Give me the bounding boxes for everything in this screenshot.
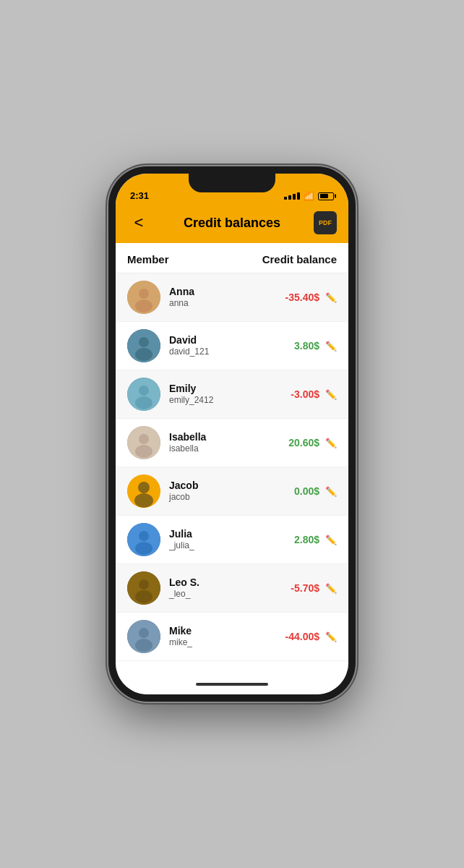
list-item: Julia _julia_ 2.80$ ✏️ xyxy=(116,516,348,564)
member-info: Jacob jacob xyxy=(169,479,276,503)
list-item: Leo S. _leo_ -5.70$ ✏️ xyxy=(116,564,348,613)
member-handle: david_121 xyxy=(169,346,276,358)
svg-point-5 xyxy=(135,348,152,361)
battery-icon xyxy=(318,192,334,200)
phone-screen: 2:31 📶 < Credit balances PDF xyxy=(116,174,348,694)
app-header: < Credit balances PDF xyxy=(116,205,348,243)
list-item: Anna anna -35.40$ ✏️ xyxy=(116,273,348,322)
member-name: Mike xyxy=(169,624,276,637)
member-name: David xyxy=(169,333,276,346)
status-icons: 📶 xyxy=(284,191,334,201)
edit-icon[interactable]: ✏️ xyxy=(325,389,337,400)
member-name: Leo S. xyxy=(169,576,276,589)
member-info: Julia _julia_ xyxy=(169,527,276,552)
balance-area: 0.00$ ✏️ xyxy=(276,485,337,497)
balance-area: -44.00$ ✏️ xyxy=(276,631,337,642)
list-item: Mike mike_ -44.00$ ✏️ xyxy=(116,613,348,661)
pdf-label: PDF xyxy=(319,220,332,226)
edit-icon[interactable]: ✏️ xyxy=(325,535,337,545)
balance-amount: -35.40$ xyxy=(276,292,319,303)
member-name: Emily xyxy=(169,382,276,395)
list-item: Jacob jacob 0.00$ ✏️ xyxy=(116,467,348,516)
svg-point-13 xyxy=(138,482,150,493)
member-handle: mike_ xyxy=(169,637,276,649)
balance-amount: 0.00$ xyxy=(276,485,319,497)
edit-icon[interactable]: ✏️ xyxy=(325,583,337,594)
balance-amount: -3.00$ xyxy=(276,388,319,400)
member-info: Isabella isabella xyxy=(169,430,276,455)
list-item: Emily emily_2412 -3.00$ ✏️ xyxy=(116,370,348,419)
list-item: Isabella isabella 20.60$ ✏️ xyxy=(116,419,348,467)
content-area: Member Credit balance Anna anna -35.40$ … xyxy=(116,243,348,674)
edit-icon[interactable]: ✏️ xyxy=(325,438,337,448)
balance-amount: 2.80$ xyxy=(276,534,319,545)
member-name: Julia xyxy=(169,527,276,540)
member-info: David david_121 xyxy=(169,333,276,358)
member-handle: isabella xyxy=(169,443,276,455)
balance-area: -35.40$ ✏️ xyxy=(276,292,337,303)
member-info: Mike mike_ xyxy=(169,624,276,649)
svg-point-19 xyxy=(139,579,149,590)
balance-area: 3.80$ ✏️ xyxy=(276,340,337,352)
svg-point-2 xyxy=(135,299,152,312)
column-headers: Member Credit balance xyxy=(116,243,348,273)
edit-icon[interactable]: ✏️ xyxy=(325,486,337,497)
member-handle: _leo_ xyxy=(169,589,276,600)
balance-amount: -44.00$ xyxy=(276,631,319,642)
pdf-button[interactable]: PDF xyxy=(314,211,337,234)
svg-point-23 xyxy=(135,639,152,652)
member-handle: jacob xyxy=(169,492,276,503)
member-info: Leo S. _leo_ xyxy=(169,576,276,600)
members-list: Anna anna -35.40$ ✏️ David david_121 3.8 xyxy=(116,273,348,661)
member-handle: anna xyxy=(169,298,276,310)
member-name: Isabella xyxy=(169,430,276,443)
col-credit-label: Credit balance xyxy=(262,253,337,265)
svg-point-14 xyxy=(134,493,153,508)
notch xyxy=(189,174,275,192)
signal-icon xyxy=(284,192,300,200)
status-time: 2:31 xyxy=(130,190,149,201)
svg-point-7 xyxy=(139,386,149,396)
balance-amount: -5.70$ xyxy=(276,582,319,594)
sum-row: Sum -60.90$ xyxy=(116,661,348,674)
page-title: Credit balances xyxy=(150,216,314,231)
svg-point-16 xyxy=(139,531,149,541)
member-name: Anna xyxy=(169,285,276,298)
balance-area: -3.00$ ✏️ xyxy=(276,388,337,400)
member-info: Emily emily_2412 xyxy=(169,382,276,407)
edit-icon[interactable]: ✏️ xyxy=(325,292,337,303)
member-name: Jacob xyxy=(169,479,276,492)
list-item: David david_121 3.80$ ✏️ xyxy=(116,322,348,370)
balance-area: 2.80$ ✏️ xyxy=(276,534,337,545)
svg-point-10 xyxy=(139,434,149,444)
svg-point-8 xyxy=(135,396,152,409)
home-bar xyxy=(196,683,268,686)
svg-point-20 xyxy=(135,590,152,603)
member-handle: emily_2412 xyxy=(169,395,276,407)
svg-point-11 xyxy=(135,445,152,458)
back-button[interactable]: < xyxy=(127,213,150,232)
balance-amount: 3.80$ xyxy=(276,340,319,352)
svg-point-17 xyxy=(135,542,152,555)
balance-area: -5.70$ ✏️ xyxy=(276,582,337,594)
wifi-icon: 📶 xyxy=(304,191,314,201)
col-member-label: Member xyxy=(127,253,169,265)
phone-frame: 2:31 📶 < Credit balances PDF xyxy=(108,166,356,702)
svg-point-22 xyxy=(139,628,149,638)
edit-icon[interactable]: ✏️ xyxy=(325,631,337,642)
member-info: Anna anna xyxy=(169,285,276,310)
svg-point-4 xyxy=(139,337,149,347)
home-indicator xyxy=(116,674,348,694)
svg-point-1 xyxy=(139,289,149,299)
balance-amount: 20.60$ xyxy=(276,437,319,448)
balance-area: 20.60$ ✏️ xyxy=(276,437,337,448)
edit-icon[interactable]: ✏️ xyxy=(325,341,337,352)
member-handle: _julia_ xyxy=(169,540,276,552)
